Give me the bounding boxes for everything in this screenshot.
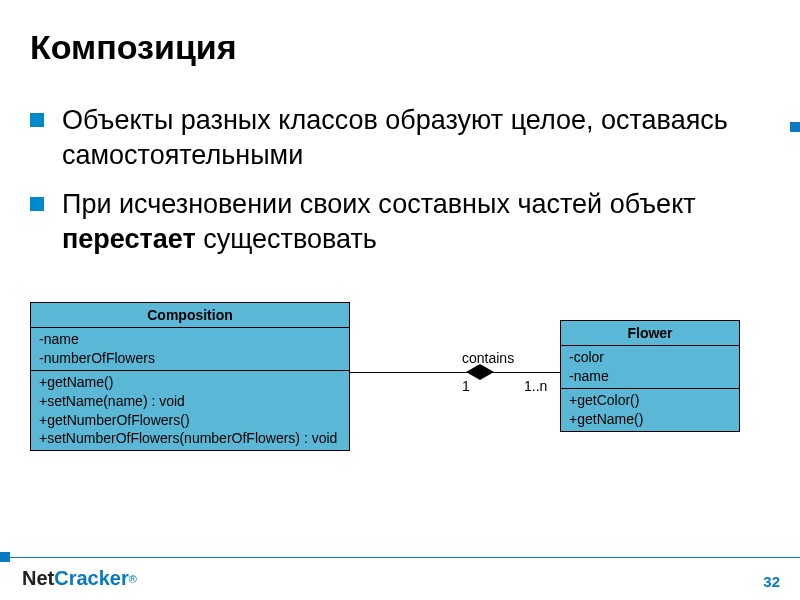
uml-attribute: -numberOfFlowers: [39, 349, 341, 368]
uml-connector-line: [350, 372, 560, 373]
uml-attributes: -color -name: [561, 346, 739, 389]
multiplicity-right: 1..n: [524, 378, 547, 394]
uml-methods: +getName() +setName(name) : void +getNum…: [31, 371, 349, 451]
bullet-text: При исчезновении своих составных частей …: [62, 187, 800, 257]
page-number: 32: [763, 573, 780, 590]
multiplicity-left: 1: [462, 378, 470, 394]
composition-diamond-icon: [466, 364, 494, 384]
uml-method: +getName(): [39, 373, 341, 392]
uml-class-name: Composition: [31, 303, 349, 328]
uml-attribute: -name: [39, 330, 341, 349]
uml-method: +setName(name) : void: [39, 392, 341, 411]
uml-attributes: -name -numberOfFlowers: [31, 328, 349, 371]
bullet-marker-icon: [30, 113, 44, 127]
svg-marker-0: [466, 364, 494, 380]
bullet-text: Объекты разных классов образуют целое, о…: [62, 103, 800, 173]
uml-method: +getNumberOfFlowers(): [39, 411, 341, 430]
uml-method: +getColor(): [569, 391, 731, 410]
slide-title: Композиция: [0, 0, 800, 67]
association-label: contains: [462, 350, 514, 366]
footer-logo: NetCracker®: [22, 567, 137, 590]
bullet-prefix: При исчезновении своих составных частей …: [62, 189, 696, 219]
uml-diagram: Composition -name -numberOfFlowers +getN…: [30, 302, 770, 502]
bullet-list: Объекты разных классов образуют целое, о…: [0, 103, 800, 257]
uml-class-flower: Flower -color -name +getColor() +getName…: [560, 320, 740, 432]
uml-attribute: -color: [569, 348, 731, 367]
bullet-marker-icon: [30, 197, 44, 211]
footer-divider: [0, 557, 800, 558]
uml-attribute: -name: [569, 367, 731, 386]
uml-class-name: Flower: [561, 321, 739, 346]
uml-method: +getName(): [569, 410, 731, 429]
bullet-item: Объекты разных классов образуют целое, о…: [30, 103, 800, 173]
corner-decoration-icon: [790, 122, 800, 132]
logo-text-cracker: Cracker: [54, 567, 129, 590]
uml-class-composition: Composition -name -numberOfFlowers +getN…: [30, 302, 350, 451]
bullet-bold: перестает: [62, 224, 196, 254]
uml-method: +setNumberOfFlowers(numberOfFlowers) : v…: [39, 429, 341, 448]
logo-registered-icon: ®: [129, 573, 137, 585]
bullet-item: При исчезновении своих составных частей …: [30, 187, 800, 257]
logo-text-net: Net: [22, 567, 54, 590]
uml-methods: +getColor() +getName(): [561, 389, 739, 431]
bullet-suffix: существовать: [196, 224, 377, 254]
